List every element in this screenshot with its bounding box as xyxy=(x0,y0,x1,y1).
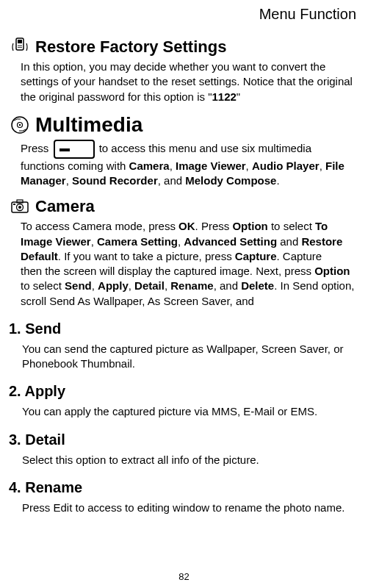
send-item: 1. Send You can send the captured pictur… xyxy=(7,320,361,372)
mm-b5: Sound Recorder xyxy=(72,174,158,187)
detail-heading: 3. Detail xyxy=(9,431,361,448)
cam-p1-end: . Capture xyxy=(276,250,322,262)
cam-p2-b1: Option xyxy=(314,265,350,277)
svg-point-5 xyxy=(18,47,19,49)
menu-key-icon xyxy=(54,140,95,159)
mm-c4: , xyxy=(66,174,72,187)
cam-p1-mid2: to select xyxy=(268,220,315,232)
multimedia-section: Multimedia Press to access this menu and… xyxy=(7,113,361,189)
cam-p1-c3: , xyxy=(91,235,97,248)
cam-p2-c2: , xyxy=(92,279,98,292)
rename-heading: 4. Rename xyxy=(9,479,361,496)
mm-c3: , xyxy=(320,159,325,172)
cam-p1-mid1: . Press xyxy=(195,220,233,232)
mm-c2: , xyxy=(246,159,252,172)
restore-body: In this option, you may decide whether y… xyxy=(21,60,356,104)
multimedia-title: Multimedia xyxy=(35,113,142,137)
apply-heading: 2. Apply xyxy=(9,383,361,400)
rename-body: Press Edit to access to editing window t… xyxy=(22,501,358,515)
camera-section: Camera To access Camera mode, press OK. … xyxy=(7,197,361,309)
svg-point-4 xyxy=(21,45,22,46)
svg-point-2 xyxy=(18,45,19,46)
svg-point-3 xyxy=(19,45,21,46)
mm-b6: Melody Compose xyxy=(185,174,276,187)
svg-rect-15 xyxy=(13,204,15,205)
cam-p2-c5: , and xyxy=(214,279,242,292)
camera-icon xyxy=(10,197,29,216)
cam-p1-pre: To access Camera mode, press xyxy=(21,220,178,232)
cam-p2-b4: Detail xyxy=(134,279,165,292)
detail-body: Select this option to extract all info o… xyxy=(22,453,358,467)
restore-title: Restore Factory Settings xyxy=(35,37,226,57)
cam-p2-c3: , xyxy=(129,279,134,292)
cam-p1-b2: Option xyxy=(232,220,267,232)
svg-point-6 xyxy=(19,47,21,49)
disc-icon xyxy=(10,115,29,135)
restore-section: Restore Factory Settings In this option,… xyxy=(7,37,361,104)
send-heading: 1. Send xyxy=(9,320,361,337)
mm-b1: Camera xyxy=(129,159,170,172)
cam-p1-c5: and xyxy=(277,235,301,248)
restore-body-pre: In this option, you may decide whether y… xyxy=(21,60,353,103)
send-body: You can send the captured picture as Wal… xyxy=(22,342,358,372)
restore-body-post: " xyxy=(237,90,240,103)
rename-item: 4. Rename Press Edit to access to editin… xyxy=(7,479,361,515)
multimedia-body: Press to access this menu and use six mu… xyxy=(21,140,356,189)
camera-body-2: then the screen will display the capture… xyxy=(21,264,356,309)
cam-p2-mid1: to select xyxy=(21,279,65,292)
cam-p1-b7: Capture xyxy=(235,250,277,262)
restore-heading: Restore Factory Settings xyxy=(10,37,361,57)
mm-c5: , and xyxy=(158,174,186,187)
cam-p1-b4: Camera Setting xyxy=(97,235,178,248)
phone-icon xyxy=(10,37,29,57)
svg-point-7 xyxy=(21,47,22,49)
camera-title: Camera xyxy=(35,197,95,216)
cam-p1-b5: Advanced Setting xyxy=(184,235,277,248)
detail-item: 3. Detail Select this option to extract … xyxy=(7,431,361,467)
cam-p2-b5: Rename xyxy=(170,279,213,292)
svg-point-10 xyxy=(19,124,21,126)
page-header: Menu Function xyxy=(7,6,361,23)
cam-p1-mid3: . If you want to take a picture, press xyxy=(58,250,235,262)
camera-heading: Camera xyxy=(10,197,361,216)
mm-b3: Audio Player xyxy=(252,159,320,172)
cam-p2-pre: then the screen will display the capture… xyxy=(21,265,314,277)
multimedia-heading: Multimedia xyxy=(10,113,361,137)
mm-c6: . xyxy=(276,174,279,187)
cam-p2-b3: Apply xyxy=(98,279,129,292)
cam-p1-b1: OK xyxy=(178,220,195,232)
camera-body-1: To access Camera mode, press OK. Press O… xyxy=(21,219,356,264)
mm-c1: , xyxy=(170,159,176,172)
apply-item: 2. Apply You can apply the captured pict… xyxy=(7,383,361,419)
cam-p2-b2: Send xyxy=(65,279,92,292)
restore-password: 1122 xyxy=(212,90,236,103)
mm-pre: Press xyxy=(21,142,52,154)
cam-p2-b6: Delete xyxy=(241,279,274,292)
svg-point-14 xyxy=(18,206,21,209)
svg-rect-1 xyxy=(18,40,22,43)
mm-b2: Image Viewer xyxy=(176,159,246,172)
apply-body: You can apply the captured picture via M… xyxy=(22,404,358,419)
page-number: 82 xyxy=(0,571,368,582)
